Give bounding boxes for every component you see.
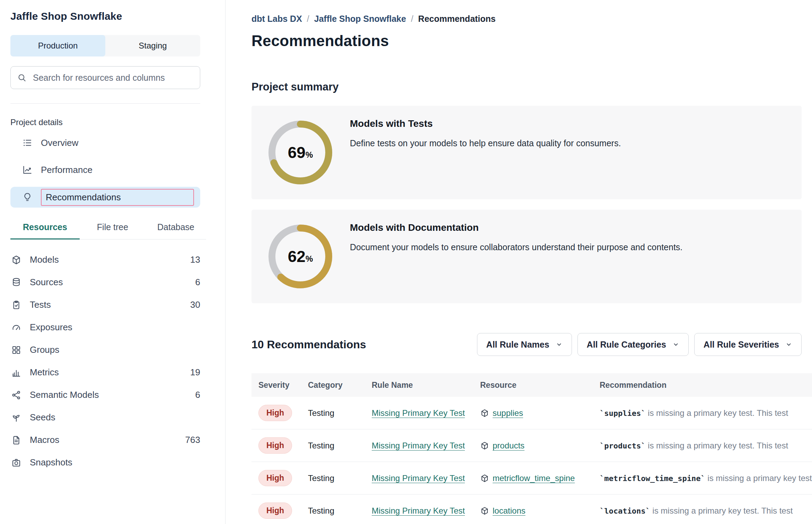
- category-cell: Testing: [308, 473, 372, 483]
- share-network-icon: [10, 390, 22, 400]
- summary-card-models-with-tests: 69 % Models with Tests Define tests on y…: [251, 106, 802, 199]
- search-icon: [17, 73, 27, 82]
- recommendation-cell: `metricflow_time_spine` is missing a pri…: [600, 473, 812, 483]
- resource-count: 6: [195, 277, 200, 288]
- resource-item-metrics[interactable]: Metrics 19: [10, 361, 200, 384]
- cube-icon: [480, 409, 489, 418]
- table-row: High Testing Missing Primary Key Test lo…: [251, 495, 812, 524]
- tab-resources[interactable]: Resources: [10, 222, 80, 239]
- resource-item-models[interactable]: Models 13: [10, 248, 200, 271]
- donut-chart-documentation: 62 %: [267, 224, 333, 289]
- chevron-down-icon: [556, 341, 563, 348]
- resource-tabs: Resources File tree Database: [10, 222, 206, 239]
- table-row: High Testing Missing Primary Key Test me…: [251, 462, 812, 495]
- filter-rule-categories[interactable]: All Rule Categories: [577, 333, 689, 356]
- category-cell: Testing: [308, 506, 372, 516]
- sidebar-item-label: Performance: [41, 165, 92, 175]
- filter-rule-names[interactable]: All Rule Names: [477, 333, 572, 356]
- resource-list: Models 13 Sources 6 Tests 30 Exposures: [10, 248, 200, 474]
- col-header-rule-name: Rule Name: [372, 381, 480, 390]
- resource-link[interactable]: locations: [493, 506, 526, 516]
- recommendation-cell: `supplies` is missing a primary key test…: [600, 408, 812, 418]
- resource-code: `locations`: [600, 507, 650, 515]
- card-description: Document your models to ensure collabora…: [350, 242, 682, 252]
- percent-sign: %: [306, 254, 313, 264]
- resource-count: 763: [185, 435, 200, 445]
- breadcrumb-separator: /: [307, 14, 309, 24]
- severity-badge: High: [258, 405, 292, 421]
- project-summary-heading: Project summary: [251, 81, 812, 93]
- donut-value: 62 %: [267, 224, 333, 289]
- search-input[interactable]: [32, 72, 194, 83]
- table-row: High Testing Missing Primary Key Test pr…: [251, 429, 812, 462]
- resource-link[interactable]: products: [493, 441, 524, 451]
- resource-code: `supplies`: [600, 409, 645, 418]
- rule-name-link[interactable]: Missing Primary Key Test: [372, 473, 465, 483]
- col-header-severity: Severity: [258, 381, 308, 390]
- col-header-recommendation: Recommendation: [600, 381, 812, 390]
- breadcrumb-current: Recommendations: [418, 14, 496, 24]
- resource-item-seeds[interactable]: Seeds: [10, 406, 200, 429]
- recommendation-text: is missing a primary key test. This test: [645, 441, 788, 450]
- sidebar: Jaffle Shop Snowflake Production Staging…: [0, 0, 226, 524]
- sidebar-item-performance[interactable]: Performance: [10, 160, 200, 180]
- resource-item-sources[interactable]: Sources 6: [10, 271, 200, 294]
- resource-count: 19: [190, 367, 200, 378]
- resource-count: 6: [195, 390, 200, 400]
- percent-sign: %: [306, 150, 313, 160]
- card-description: Define tests on your models to help ensu…: [350, 138, 621, 148]
- main-content: dbt Labs DX / Jaffle Shop Snowflake / Re…: [226, 0, 812, 524]
- category-cell: Testing: [308, 408, 372, 418]
- severity-badge: High: [258, 503, 292, 519]
- gauge-icon: [10, 322, 22, 333]
- sidebar-item-label: Overview: [41, 138, 78, 148]
- resource-label: Seeds: [30, 412, 55, 423]
- recommendation-text: is missing a primary key test. This test: [705, 473, 812, 483]
- tab-staging[interactable]: Staging: [105, 35, 200, 56]
- cube-icon: [480, 506, 489, 515]
- resource-code: `metricflow_time_spine`: [600, 474, 705, 483]
- tab-database[interactable]: Database: [145, 222, 206, 239]
- breadcrumb-account[interactable]: dbt Labs DX: [251, 14, 302, 24]
- cube-icon: [480, 441, 489, 450]
- resource-item-exposures[interactable]: Exposures: [10, 316, 200, 339]
- chevron-down-icon: [672, 341, 679, 348]
- camera-icon: [10, 457, 22, 468]
- project-details-nav: Overview Performance Recommendations: [10, 133, 200, 208]
- tab-production[interactable]: Production: [10, 35, 105, 56]
- rule-name-link[interactable]: Missing Primary Key Test: [372, 441, 465, 450]
- grid-icon: [10, 345, 22, 355]
- project-details-label: Project details: [10, 117, 200, 127]
- sidebar-item-recommendations[interactable]: Recommendations: [10, 187, 200, 208]
- recommendation-text: is missing a primary key test. This test: [650, 506, 793, 515]
- file-text-icon: [10, 435, 22, 445]
- resource-link[interactable]: metricflow_time_spine: [493, 473, 575, 483]
- rule-name-link[interactable]: Missing Primary Key Test: [372, 506, 465, 515]
- resource-label: Exposures: [30, 322, 72, 333]
- recommendation-cell: `products` is missing a primary key test…: [600, 441, 812, 451]
- lightbulb-icon: [22, 192, 33, 202]
- severity-badge: High: [258, 437, 292, 454]
- resource-item-groups[interactable]: Groups: [10, 339, 200, 361]
- sidebar-item-overview[interactable]: Overview: [10, 133, 200, 153]
- recommendations-table: Severity Category Rule Name Resource Rec…: [251, 373, 812, 524]
- search-box[interactable]: [10, 66, 200, 89]
- breadcrumb-project[interactable]: Jaffle Shop Snowflake: [314, 14, 406, 24]
- resource-item-macros[interactable]: Macros 763: [10, 429, 200, 451]
- resource-item-tests[interactable]: Tests 30: [10, 294, 200, 316]
- tab-file-tree[interactable]: File tree: [80, 222, 145, 239]
- chevron-down-icon: [785, 341, 792, 348]
- resource-label: Metrics: [30, 367, 59, 378]
- rule-name-link[interactable]: Missing Primary Key Test: [372, 408, 465, 418]
- summary-card-models-with-documentation: 62 % Models with Documentation Document …: [251, 210, 802, 303]
- performance-icon: [22, 165, 33, 175]
- filter-rule-severities[interactable]: All Rule Severities: [694, 333, 802, 356]
- resource-link[interactable]: supplies: [493, 408, 523, 418]
- recommendation-text: is missing a primary key test. This test: [645, 408, 788, 418]
- filter-label: All Rule Categories: [587, 340, 666, 350]
- resource-item-snapshots[interactable]: Snapshots: [10, 451, 200, 474]
- resource-label: Groups: [30, 344, 59, 355]
- resource-item-semantic-models[interactable]: Semantic Models 6: [10, 384, 200, 406]
- filter-label: All Rule Severities: [704, 340, 779, 350]
- overview-icon: [22, 138, 33, 148]
